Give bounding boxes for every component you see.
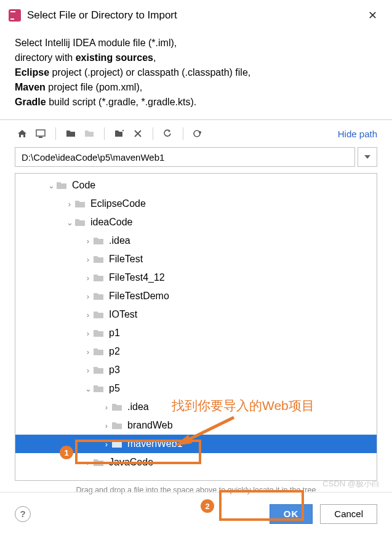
folder-icon: [93, 291, 105, 301]
delete-icon[interactable]: [130, 126, 145, 141]
separator: [183, 127, 183, 140]
tree-node-label: FileTest: [109, 254, 143, 265]
tree-node-label: .idea: [109, 235, 130, 246]
tree-node-label: brandWeb: [127, 420, 173, 431]
annotation-badge-1: 1: [60, 446, 73, 459]
tree-node[interactable]: ›IOTest: [15, 305, 377, 324]
chevron-right-icon[interactable]: ›: [83, 292, 93, 301]
close-icon[interactable]: ✕: [362, 6, 383, 25]
folder-icon: [111, 420, 124, 430]
chevron-right-icon[interactable]: ›: [83, 366, 93, 375]
tree-node-label: p1: [109, 328, 120, 339]
new-folder-disabled-icon: [82, 126, 97, 141]
folder-icon: [93, 457, 105, 467]
tree-node[interactable]: ⌄p5: [15, 379, 377, 398]
folder-icon: [93, 328, 105, 338]
home-icon[interactable]: [15, 126, 30, 141]
ok-button[interactable]: OK: [270, 504, 313, 524]
cancel-button[interactable]: Cancel: [320, 504, 377, 524]
svg-rect-2: [10, 18, 14, 20]
svg-rect-3: [36, 130, 45, 136]
tree-node-label: Code: [72, 180, 95, 191]
folder-icon: [111, 439, 124, 449]
folder-icon: [93, 347, 105, 356]
tree-node[interactable]: ›FileTestDemo: [15, 287, 377, 305]
path-dropdown-button[interactable]: [358, 147, 377, 167]
chevron-down-icon[interactable]: ⌄: [83, 384, 93, 393]
dialog-description: Select Intellij IDEA module file (*.iml)…: [0, 30, 392, 115]
tree-node[interactable]: ⌄Code: [15, 176, 377, 195]
new-folder-icon[interactable]: [63, 126, 78, 141]
folder-icon: [93, 236, 105, 246]
toolbar: Hide path: [0, 120, 392, 147]
annotation-text: 找到你要导入的Web项目: [172, 397, 314, 414]
tree-node[interactable]: ›EclipseCode: [15, 195, 377, 213]
chevron-right-icon[interactable]: ›: [102, 440, 111, 449]
folder-icon: [93, 365, 105, 375]
tree-node[interactable]: ›FileTest4_12: [15, 268, 377, 287]
chevron-right-icon[interactable]: ›: [83, 329, 93, 338]
chevron-down-icon[interactable]: ⌄: [46, 181, 56, 190]
tree-node-label: JavaCode: [109, 457, 153, 468]
tree-node-label: EclipseCode: [90, 198, 146, 209]
tree-node[interactable]: ⌄ideaCode: [15, 213, 377, 231]
separator: [55, 127, 56, 140]
chevron-right-icon[interactable]: ›: [83, 236, 93, 246]
app-icon: [9, 9, 21, 22]
dialog-title: Select File or Directory to Import: [27, 9, 356, 22]
separator: [153, 127, 153, 140]
chevron-down-icon[interactable]: ⌄: [65, 218, 74, 227]
tree-node[interactable]: ›FileTest: [15, 250, 377, 268]
separator: [104, 127, 105, 140]
tree-node[interactable]: ›p1: [15, 324, 377, 342]
chevron-right-icon[interactable]: ›: [83, 310, 93, 320]
folder-icon: [93, 254, 105, 264]
chevron-right-icon[interactable]: ›: [83, 458, 93, 467]
tree-node-label: IOTest: [109, 309, 137, 320]
tree-node-label: FileTestDemo: [109, 291, 169, 302]
tree-node-label: .idea: [127, 401, 149, 412]
tree-node-label: ideaCode: [90, 217, 133, 228]
file-tree[interactable]: ⌄Code›EclipseCode⌄ideaCode›.idea›FileTes…: [15, 174, 377, 480]
svg-point-6: [199, 131, 201, 134]
hide-path-link[interactable]: Hide path: [338, 129, 377, 139]
annotation-badge-2: 2: [201, 499, 214, 513]
watermark: CSDN @极小白: [322, 478, 380, 489]
tree-node-label: mavenWeb1: [127, 438, 183, 449]
folder-icon: [93, 384, 105, 393]
show-hidden-icon[interactable]: [191, 126, 206, 141]
help-button[interactable]: ?: [15, 506, 31, 522]
tree-node[interactable]: ›p2: [15, 342, 377, 361]
tree-node-label: p2: [109, 346, 120, 357]
svg-point-5: [194, 131, 200, 137]
tree-node[interactable]: ›p3: [15, 361, 377, 379]
tree-node-label: p3: [109, 364, 120, 376]
desktop-icon[interactable]: [33, 126, 48, 141]
chevron-right-icon[interactable]: ›: [102, 403, 111, 412]
folder-icon: [56, 180, 68, 190]
folder-icon: [111, 402, 124, 412]
chevron-right-icon[interactable]: ›: [83, 255, 93, 264]
folder-icon: [74, 217, 87, 227]
folder-icon: [74, 199, 87, 209]
folder-plus-icon[interactable]: [112, 126, 127, 141]
folder-icon: [93, 273, 105, 283]
tree-node-label: p5: [109, 383, 120, 394]
svg-rect-1: [10, 11, 15, 12]
chevron-right-icon[interactable]: ›: [83, 273, 93, 283]
folder-icon: [93, 310, 105, 320]
tree-node[interactable]: ›.idea: [15, 231, 377, 250]
path-input[interactable]: [15, 147, 355, 167]
svg-rect-4: [39, 137, 42, 138]
tree-node[interactable]: ›brandWeb: [15, 416, 377, 435]
refresh-icon[interactable]: [161, 126, 175, 141]
tree-node-label: FileTest4_12: [109, 272, 165, 283]
chevron-right-icon[interactable]: ›: [102, 421, 111, 430]
chevron-right-icon[interactable]: ›: [65, 199, 74, 209]
chevron-right-icon[interactable]: ›: [83, 347, 93, 356]
